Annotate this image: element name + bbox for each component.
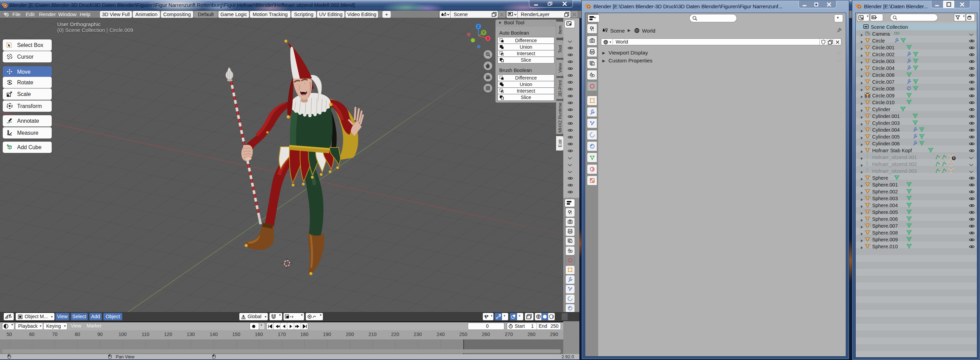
- svg-text:Y: Y: [482, 30, 485, 35]
- svg-text:Z: Z: [477, 24, 480, 29]
- svg-text:X: X: [487, 36, 489, 40]
